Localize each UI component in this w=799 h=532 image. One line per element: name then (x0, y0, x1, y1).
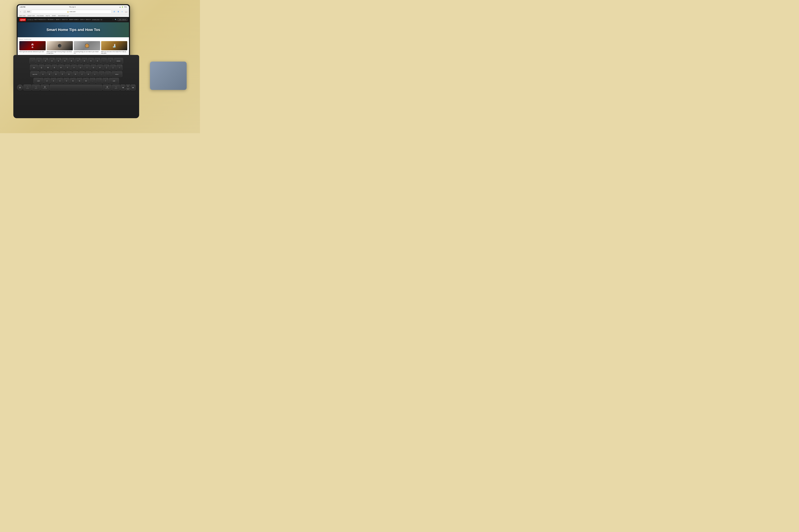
key-globe[interactable]: ⌘ (17, 84, 23, 91)
font-button[interactable]: AA (27, 10, 30, 13)
nav-covid[interactable]: COVID-19 (27, 19, 33, 20)
key-left-bracket[interactable]: { [ (104, 64, 109, 71)
cnet-logo-text: c|net (20, 18, 25, 21)
key-z[interactable]: Z (44, 78, 50, 84)
key-delete[interactable]: delete (114, 58, 123, 64)
cnet-logo[interactable]: c|net (19, 18, 26, 21)
night-mode-icon[interactable]: ☾ (112, 19, 114, 20)
key-u[interactable]: U (77, 64, 84, 71)
url-bar[interactable]: 🔒 cnet.com (31, 10, 112, 14)
key-control[interactable]: ^ control (23, 84, 32, 91)
key-arrow-up[interactable]: ▲ (126, 84, 130, 88)
nav-cars[interactable]: CARS ▾ (80, 19, 85, 20)
key-semicolon[interactable]: : ; (98, 71, 105, 77)
key-arrow-right[interactable]: ▶ (131, 84, 135, 91)
signin-button[interactable]: JOIN / SIGN IN (117, 19, 127, 21)
key-3[interactable]: # 3 (49, 58, 55, 64)
bookmark-zdnet[interactable]: ZDNET (52, 15, 56, 17)
key-d[interactable]: D (53, 71, 59, 77)
article-card-2[interactable]: Need a good laugh? 53 funny things to as… (47, 41, 73, 54)
wifi-icon: ▲ (119, 6, 121, 8)
key-0[interactable]: ) 0 (94, 58, 101, 64)
key-6[interactable]: ^ 6 (69, 58, 74, 64)
key-h[interactable]: H (72, 71, 78, 77)
key-arrow-down[interactable]: ▼ (126, 88, 130, 91)
key-minus[interactable]: _ - (101, 58, 107, 64)
tabs-button[interactable]: ⬜ (23, 10, 26, 13)
key-equals[interactable]: + = (108, 58, 113, 64)
bookmark-cnet-cms[interactable]: CNET CMS (19, 15, 25, 17)
key-backtick[interactable]: ~ ` (30, 58, 36, 64)
reload-button[interactable]: ↺ (113, 10, 116, 13)
bookmarks-button[interactable]: 📖 (125, 10, 128, 13)
nav-deals[interactable]: DEALS ▾ (86, 19, 91, 20)
key-l[interactable]: L (92, 71, 98, 77)
bookmark-from-mobile[interactable]: From Mobile (37, 15, 44, 17)
key-m[interactable]: M (83, 78, 89, 84)
key-v[interactable]: V (63, 78, 70, 84)
key-period[interactable]: > . (96, 78, 102, 84)
nav-smart-home[interactable]: SMART HOME ▾ (69, 19, 79, 20)
key-command-right[interactable]: ⌘ command (103, 84, 111, 91)
key-e[interactable]: E (52, 64, 57, 71)
new-tab-button[interactable]: + (121, 10, 124, 13)
magic-trackpad[interactable] (150, 62, 187, 90)
key-9[interactable]: ( 9 (88, 58, 94, 64)
key-shift-right[interactable]: shift (109, 78, 119, 84)
key-row-zxcv: shift Z X C V B N M < , > . (17, 78, 135, 84)
nav-how-to[interactable]: HOW TO ▾ (62, 19, 68, 20)
key-i[interactable]: I (84, 64, 90, 71)
key-backslash[interactable]: | \ (116, 64, 123, 71)
key-y[interactable]: Y (71, 64, 77, 71)
bookmark-zdnet-cms[interactable]: ZDNET CMS (28, 15, 35, 17)
nav-best-products[interactable]: BEST PRODUCTS ▾ (35, 19, 47, 20)
key-2[interactable]: @ 2 (42, 58, 49, 64)
article-card-4[interactable]: 🍶 Make your own wine in the Instant Pot:… (101, 41, 127, 54)
key-k[interactable]: K (86, 71, 91, 77)
bookmark-how-to[interactable]: How To (46, 15, 50, 17)
key-a[interactable]: A (40, 71, 46, 77)
key-5[interactable]: % 5 (62, 58, 68, 64)
key-f[interactable]: F (59, 71, 66, 77)
article-card-3[interactable]: 🥘 6 surprising things you can make in yo… (74, 41, 100, 54)
key-option-left[interactable]: ⌥ option (32, 84, 40, 91)
key-n[interactable]: N (76, 78, 83, 84)
key-7[interactable]: & 7 (75, 58, 81, 64)
key-option-right[interactable]: ⌥ option (112, 84, 120, 91)
key-tab[interactable]: tab (30, 64, 38, 71)
key-command-left[interactable]: ⌘ command (40, 84, 49, 91)
nav-5g[interactable]: 5G (101, 19, 102, 20)
key-8[interactable]: * 8 (81, 58, 88, 64)
key-j[interactable]: J (79, 71, 85, 77)
key-t[interactable]: T (65, 64, 71, 71)
bookmark-warnermedia[interactable]: WarnerMedia Login (58, 15, 69, 17)
key-o[interactable]: O (90, 64, 96, 71)
key-b[interactable]: B (70, 78, 76, 84)
key-quote[interactable]: " ' (105, 71, 111, 77)
nav-download[interactable]: DOWNLOAD (92, 19, 99, 20)
article-card-1[interactable]: 🍷 How to get wine and beer delivered to … (19, 41, 46, 54)
back-button[interactable]: ‹ (19, 10, 22, 13)
key-caps-lock[interactable]: caps lock (30, 71, 39, 77)
key-g[interactable]: G (66, 71, 72, 77)
key-right-bracket[interactable]: } ] (110, 64, 116, 71)
share-button[interactable]: ⬆ (117, 10, 120, 13)
key-p[interactable]: P (97, 64, 103, 71)
key-space[interactable] (50, 84, 102, 91)
key-arrow-left[interactable]: ◀ (121, 84, 125, 91)
key-4[interactable]: $ 4 (55, 58, 61, 64)
key-w[interactable]: W (45, 64, 51, 71)
key-r[interactable]: R (58, 64, 64, 71)
nav-news[interactable]: NEWS ▾ (56, 19, 61, 20)
key-x[interactable]: X (51, 78, 56, 84)
key-c[interactable]: C (57, 78, 63, 84)
key-s[interactable]: S (47, 71, 53, 77)
key-comma[interactable]: < , (90, 78, 95, 84)
key-return[interactable]: return (111, 71, 122, 77)
key-1[interactable]: ! 1 (36, 58, 42, 64)
key-q[interactable]: Q (38, 64, 44, 71)
nav-reviews[interactable]: REVIEWS ▾ (48, 19, 55, 20)
key-shift-left[interactable]: shift (34, 78, 43, 84)
search-icon[interactable]: 🔍 (115, 19, 117, 20)
key-slash[interactable]: ? / (103, 78, 108, 84)
